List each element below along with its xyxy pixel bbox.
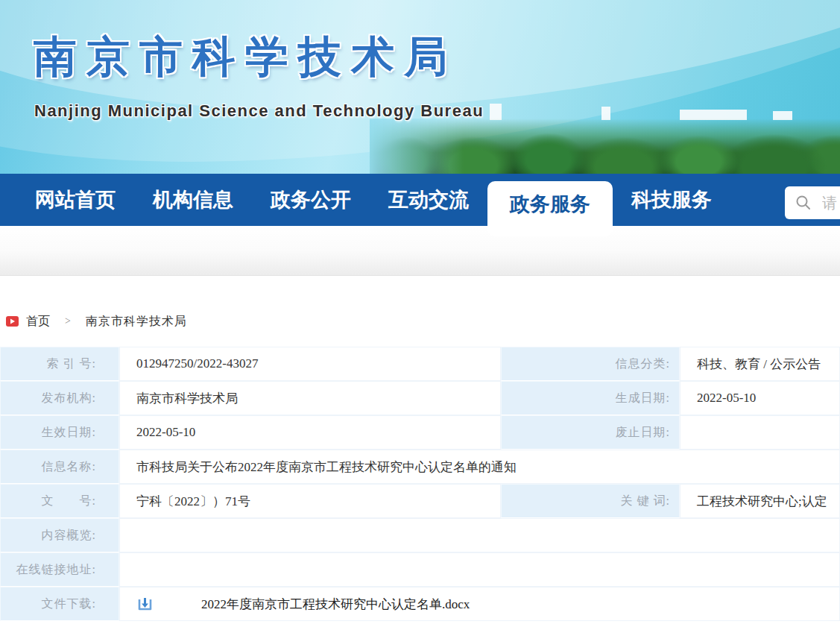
created-date-label: 生成日期: [501, 381, 680, 415]
table-row: 信息名称: 市科技局关于公布2022年度南京市工程技术研究中心认定名单的通知 [0, 450, 840, 484]
breadcrumb-home-icon [6, 316, 19, 327]
keywords-label: 关 键 词: [501, 484, 680, 518]
main-navigation: 网站首页 机构信息 政务公开 互动交流 政务服务 科技服务 [0, 174, 840, 226]
table-row: 生效日期: 2022-05-10 废止日期: [0, 415, 840, 450]
summary-value [119, 518, 840, 552]
table-row: 内容概览: [0, 518, 840, 552]
online-link-value [119, 552, 840, 587]
banner-treeline [370, 119, 840, 174]
page: 南京市科学技术局 Nanjing Municipal Science and T… [0, 0, 840, 630]
effective-date-label: 生效日期: [0, 415, 119, 450]
info-category-label: 信息分类: [501, 347, 680, 381]
doc-number-value: 宁科〔2022〕）71号 [119, 484, 501, 518]
nav-item-home[interactable]: 网站首页 [16, 174, 134, 226]
info-name-label: 信息名称: [0, 450, 119, 484]
nav-item-interaction[interactable]: 互动交流 [370, 174, 487, 226]
document-info-table: 索 引 号: 012947250/2022-43027 信息分类: 科技、教育 … [0, 347, 840, 621]
effective-date-value: 2022-05-10 [119, 415, 501, 450]
info-category-value: 科技、教育 / 公示公告 [680, 347, 840, 381]
publisher-label: 发布机构: [0, 381, 119, 415]
breadcrumb-current-page: 南京市科学技术局 [86, 314, 187, 330]
table-row: 文 号: 宁科〔2022〕）71号 关 键 词: 工程技术研究中心;认定 [0, 484, 840, 518]
table-row: 在线链接地址: [0, 552, 840, 587]
summary-label: 内容概览: [0, 518, 119, 552]
banner: 南京市科学技术局 Nanjing Municipal Science and T… [0, 0, 840, 174]
download-file-link[interactable]: 2022年度南京市工程技术研究中心认定名单.docx [201, 596, 470, 613]
search-input[interactable] [822, 195, 840, 212]
search-icon [795, 195, 812, 211]
created-date-value: 2022-05-10 [680, 381, 840, 415]
breadcrumb-separator: > [65, 315, 71, 327]
breadcrumb: 首页 > 南京市科学技术局 [6, 313, 840, 330]
table-row: 发布机构: 南京市科学技术局 生成日期: 2022-05-10 [0, 381, 840, 415]
info-name-value: 市科技局关于公布2022年度南京市工程技术研究中心认定名单的通知 [119, 450, 840, 484]
table-row: 索 引 号: 012947250/2022-43027 信息分类: 科技、教育 … [0, 347, 840, 381]
expiry-date-label: 废止日期: [501, 415, 680, 450]
download-icon[interactable] [136, 596, 154, 613]
online-link-label: 在线链接地址: [0, 552, 119, 587]
table-row: 文件下载: 2022年度南京市工程技术研究中心认定名单.docx [0, 587, 840, 621]
keywords-value: 工程技术研究中心;认定 [680, 484, 840, 518]
publisher-value: 南京市科学技术局 [119, 381, 501, 415]
search-box[interactable] [785, 186, 840, 219]
doc-number-label: 文 号: [0, 484, 119, 518]
nav-subband [0, 226, 840, 276]
file-download-label: 文件下载: [0, 587, 119, 621]
nav-item-gov-disclosure[interactable]: 政务公开 [252, 174, 370, 226]
nav-item-gov-services[interactable]: 政务服务 [487, 181, 613, 236]
expiry-date-value [680, 415, 840, 450]
site-title-chinese: 南京市科学技术局 [34, 28, 457, 86]
nav-item-tech-services[interactable]: 科技服务 [613, 174, 730, 226]
site-title-english: Nanjing Municipal Science and Technology… [34, 101, 484, 121]
banner-buildings [490, 104, 810, 120]
breadcrumb-home-link[interactable]: 首页 [26, 314, 50, 330]
index-number-value: 012947250/2022-43027 [119, 347, 501, 381]
nav-item-org-info[interactable]: 机构信息 [134, 174, 252, 226]
index-number-label: 索 引 号: [0, 347, 119, 381]
